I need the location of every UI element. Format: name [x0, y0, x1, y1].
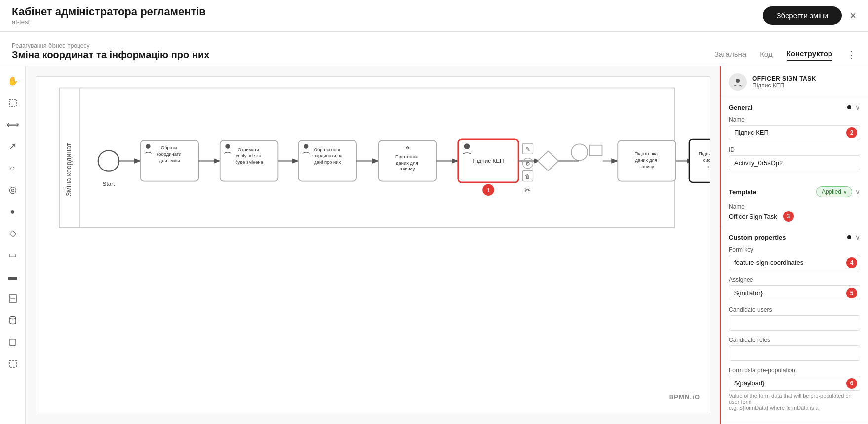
- form-data-hint2: e.g. ${formData} where formData is a: [729, 405, 860, 411]
- tool-circle[interactable]: ●: [4, 203, 22, 220]
- name-input[interactable]: [729, 125, 860, 140]
- bpmn-canvas-area[interactable]: Зміна координат Start Обрати координати …: [26, 66, 720, 424]
- form-key-input[interactable]: [729, 255, 860, 270]
- page-title: Зміна координат та інформацію про них: [12, 49, 209, 66]
- id-input[interactable]: [729, 155, 860, 170]
- svg-text:Обрати нові
          координа: Обрати нові координати на дані про них: [311, 147, 344, 165]
- form-data-hint: Value of the form data that will be pre-…: [729, 393, 860, 405]
- tool-doc[interactable]: [4, 290, 22, 307]
- assignee-input[interactable]: [729, 285, 860, 300]
- bpmn-canvas[interactable]: Зміна координат Start Обрати координати …: [36, 76, 710, 414]
- svg-text:✂: ✂: [524, 185, 531, 194]
- template-badge[interactable]: Applied ∨: [816, 186, 852, 197]
- tool-arrow[interactable]: ↗: [4, 137, 22, 155]
- panel-task-type: OFFICER SIGN TASK: [752, 75, 816, 82]
- svg-rect-5: [9, 360, 16, 367]
- left-toolbar: ✋ ⟺ ↗ ○ ◎ ● ◇ ▭ ▬ ▢: [0, 66, 26, 424]
- save-button[interactable]: Зберегти зміни: [763, 6, 842, 25]
- tool-ring[interactable]: ◎: [4, 181, 22, 199]
- template-row: Template Applied ∨ ∨: [721, 182, 868, 201]
- header-left: Кабінет адміністратора регламентів at-te…: [12, 5, 206, 26]
- candidate-roles-input[interactable]: [729, 345, 860, 361]
- tool-ellipse[interactable]: ○: [4, 159, 22, 177]
- candidate-roles-group: Candidate roles: [729, 337, 860, 361]
- candidate-users-input[interactable]: [729, 315, 860, 331]
- svg-point-8: [98, 150, 119, 171]
- template-badge-label: Applied: [822, 188, 841, 195]
- svg-point-13: [146, 144, 150, 148]
- svg-text:Підпис КЕП: Підпис КЕП: [473, 157, 504, 164]
- template-label: Template: [729, 188, 756, 196]
- candidate-users-label: Candidate users: [729, 306, 860, 313]
- tab-code[interactable]: Код: [760, 50, 773, 60]
- tool-hand[interactable]: ✋: [4, 72, 22, 90]
- custom-properties-dot: [847, 235, 851, 239]
- form-data-group: Form data pre-population 6 Value of the …: [729, 367, 860, 411]
- tool-select[interactable]: [4, 94, 22, 112]
- svg-point-16: [225, 144, 230, 148]
- form-data-input-wrapper: 6: [729, 376, 860, 391]
- main-area: ✋ ⟺ ↗ ○ ◎ ● ◇ ▭ ▬ ▢ Зміна координат: [0, 66, 868, 424]
- svg-rect-0: [9, 99, 16, 106]
- tool-rect2[interactable]: ▬: [4, 268, 22, 286]
- general-section-title: General: [729, 104, 752, 111]
- svg-point-20: [304, 144, 308, 148]
- form-data-badge: 6: [843, 378, 857, 389]
- breadcrumb: Редагування бізнес-процесу: [12, 42, 209, 49]
- form-data-label: Form data pre-population: [729, 367, 860, 374]
- app-title: Кабінет адміністратора регламентів: [12, 5, 206, 18]
- right-panel: OFFICER SIGN TASK Підпис КЕП General ∨ N…: [720, 66, 868, 424]
- id-label: ID: [729, 146, 860, 153]
- app-subtitle: at-test: [12, 18, 206, 26]
- tool-rect[interactable]: ▭: [4, 246, 22, 264]
- bpmn-svg: Зміна координат Start Обрати координати …: [36, 77, 710, 414]
- general-section-dot: [847, 105, 851, 109]
- tool-move[interactable]: ⟺: [4, 116, 22, 133]
- svg-marker-33: [538, 151, 558, 171]
- id-field-group: ID: [729, 146, 860, 170]
- tool-frame[interactable]: ▢: [4, 333, 22, 351]
- template-name-row: Name Officer Sign Task 3: [721, 201, 868, 228]
- svg-text:Отримати
          entity_id я: Отримати entity_id яка буде змінена: [235, 147, 263, 165]
- svg-point-28: [464, 143, 470, 149]
- svg-text:⚙: ⚙: [525, 161, 530, 167]
- more-menu-button[interactable]: ⋮: [846, 49, 856, 61]
- tab-general[interactable]: Загальна: [714, 50, 746, 60]
- header-right: Зберегти зміни ×: [763, 6, 856, 25]
- panel-header-info: OFFICER SIGN TASK Підпис КЕП: [752, 75, 816, 89]
- general-section-header[interactable]: General ∨: [721, 98, 868, 116]
- name-input-wrapper: 2: [729, 125, 860, 140]
- tab-constructor[interactable]: Конструктор: [787, 49, 832, 61]
- panel-task-name: Підпис КЕП: [752, 82, 816, 89]
- svg-text:BPMN.iO: BPMN.iO: [669, 393, 701, 401]
- general-section-content: Name 2 ID: [721, 116, 868, 182]
- custom-properties-section: Custom properties ∨ Form key 4: [721, 228, 868, 423]
- lane-label: Зміна координат: [65, 142, 73, 196]
- app-header: Кабінет адміністратора регламентів at-te…: [0, 0, 868, 32]
- candidate-roles-label: Candidate roles: [729, 337, 860, 343]
- panel-header: OFFICER SIGN TASK Підпис КЕП: [721, 66, 868, 98]
- sub-header: Редагування бізнес-процесу Зміна координ…: [0, 32, 868, 66]
- tool-db[interactable]: [4, 311, 22, 329]
- svg-text:✎: ✎: [525, 146, 530, 152]
- svg-text:Start: Start: [103, 180, 116, 187]
- panel-avatar: [729, 73, 747, 91]
- svg-rect-35: [590, 145, 602, 156]
- template-name-badge: 3: [783, 211, 794, 222]
- template-expand-chevron: ∨: [855, 188, 860, 196]
- svg-point-51: [736, 79, 740, 83]
- form-key-label: Form key: [729, 246, 860, 253]
- form-key-input-wrapper: 4: [729, 255, 860, 270]
- tool-diamond[interactable]: ◇: [4, 224, 22, 242]
- svg-text:🗑: 🗑: [525, 173, 530, 179]
- form-data-input[interactable]: [729, 376, 860, 391]
- template-name-value: Officer Sign Task: [729, 213, 777, 220]
- close-button[interactable]: ×: [850, 9, 856, 22]
- svg-point-4: [10, 317, 16, 319]
- form-key-group: Form key 4: [729, 246, 860, 270]
- general-section: General ∨ Name 2 ID: [721, 98, 868, 228]
- tool-dashed[interactable]: [4, 355, 22, 373]
- page-info: Редагування бізнес-процесу Зміна координ…: [12, 42, 209, 66]
- custom-properties-section-header[interactable]: Custom properties ∨: [721, 228, 868, 246]
- custom-properties-content: Form key 4 Assignee 5: [721, 246, 868, 423]
